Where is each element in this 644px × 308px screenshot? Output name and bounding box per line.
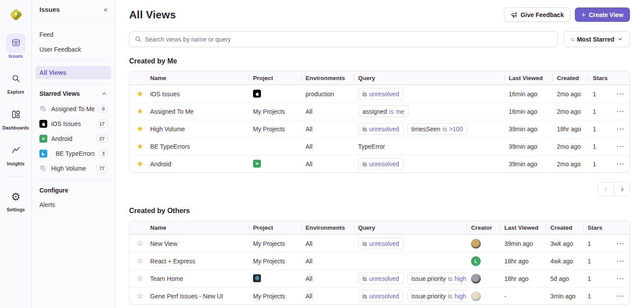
- row-menu-button[interactable]: ···: [617, 293, 625, 300]
- star-outline-icon[interactable]: ☆: [137, 256, 143, 266]
- star-filled-icon[interactable]: ★: [137, 142, 143, 151]
- environments-value: All: [301, 161, 354, 168]
- row-menu-button[interactable]: ···: [617, 126, 625, 133]
- sidebar-item-user-feedback[interactable]: User Feedback: [35, 43, 111, 56]
- query-cell: is unresolved: [354, 88, 504, 100]
- row-menu-button[interactable]: ···: [617, 161, 625, 168]
- table-header-row: NameProjectEnvironmentsQueryCreatorLast …: [130, 221, 630, 234]
- table-header-row: NameProjectEnvironmentsQueryLast ViewedC…: [130, 71, 630, 85]
- divider: [36, 180, 110, 181]
- row-menu-button[interactable]: ···: [617, 91, 625, 98]
- sidebar-item-feed[interactable]: Feed: [35, 28, 111, 41]
- previous-page-button[interactable]: [598, 182, 614, 196]
- nav-rail: Issues Explore Dashboards Insights ⚙ Set…: [0, 0, 32, 308]
- project-label: My Projects: [253, 126, 285, 133]
- query-token: issue.priority is high: [407, 290, 467, 302]
- create-view-label: Create View: [589, 11, 623, 18]
- star-filled-icon[interactable]: ★: [137, 159, 143, 168]
- rail-item-label: Settings: [7, 207, 25, 212]
- view-name-link[interactable]: Android: [150, 161, 171, 168]
- starred-view-item[interactable]: Assigned To Me 0: [35, 102, 111, 116]
- chevron-up-icon[interactable]: [101, 91, 107, 97]
- search-box: [129, 31, 558, 47]
- row-menu-button[interactable]: ···: [617, 275, 625, 282]
- starred-view-label: Assigned To Me: [51, 105, 95, 112]
- query-token: is unresolved: [358, 273, 404, 284]
- column-header-created: Created: [553, 75, 588, 81]
- rail-item-settings[interactable]: ⚙ Settings: [6, 187, 25, 212]
- give-feedback-button[interactable]: Give Feedback: [504, 7, 570, 22]
- last-viewed-value: -: [504, 293, 507, 300]
- view-name-link[interactable]: High Volume: [150, 126, 185, 133]
- rail-item-dashboards[interactable]: Dashboards: [3, 105, 29, 130]
- settings-icon: ⚙: [11, 192, 21, 202]
- explore-icon: [11, 74, 21, 85]
- create-view-button[interactable]: + Create View: [575, 7, 630, 22]
- starred-view-item[interactable]: High Volume 77: [35, 161, 111, 176]
- react-project-icon: [253, 274, 261, 282]
- project-label: My Projects: [253, 258, 285, 265]
- sidebar-item-all-views[interactable]: All Views: [35, 66, 111, 79]
- row-menu-button[interactable]: ···: [617, 240, 625, 247]
- sidebar-item-alerts[interactable]: Alerts: [35, 198, 111, 211]
- row-menu-button[interactable]: ···: [617, 143, 625, 150]
- view-name-link[interactable]: React + Express: [150, 258, 195, 265]
- table-row: ☆ New View My Projects All is unresolved…: [130, 234, 630, 252]
- view-name-link[interactable]: Assigned To Me: [150, 108, 194, 115]
- creator-avatar: [471, 291, 481, 301]
- created-by-others-table: NameProjectEnvironmentsQueryCreatorLast …: [129, 220, 630, 305]
- view-name-link[interactable]: BE TypeErrors: [150, 143, 190, 150]
- search-input[interactable]: [145, 36, 552, 43]
- apple-project-icon: [39, 120, 47, 128]
- stacked-views-icon: [39, 105, 47, 113]
- view-name-link[interactable]: New View: [150, 240, 177, 247]
- created-value: 18hr ago: [557, 126, 581, 133]
- star-filled-icon[interactable]: ★: [137, 124, 143, 133]
- query-token: timesSeen is >100: [407, 123, 468, 135]
- starred-view-item[interactable]: Android 27: [35, 131, 111, 146]
- sort-button[interactable]: ↑↓ Most Starred: [563, 31, 630, 47]
- chevrons-left-icon[interactable]: «: [104, 6, 108, 13]
- android-project-icon: [39, 135, 47, 143]
- rail-item-label: Issues: [9, 53, 23, 59]
- rail-item-explore[interactable]: Explore: [3, 70, 29, 94]
- megaphone-icon: [510, 11, 517, 18]
- issues-icon: [11, 38, 21, 49]
- starred-view-label: High Volume: [51, 165, 92, 172]
- stars-count: 1: [588, 161, 612, 168]
- view-name-link[interactable]: Team Home: [150, 275, 183, 282]
- rail-item-insights[interactable]: Insights: [3, 141, 29, 166]
- starred-view-item[interactable]: BE TypeErrors 3: [35, 146, 111, 161]
- view-name-link[interactable]: iOS Issues: [150, 91, 180, 98]
- view-name-link[interactable]: Gene Perf Issues - New UI: [150, 293, 223, 300]
- star-filled-icon[interactable]: ★: [137, 89, 143, 98]
- row-menu-button[interactable]: ···: [617, 108, 625, 115]
- created-value: 4wk ago: [550, 258, 573, 265]
- column-header-environments: Environments: [301, 75, 354, 81]
- created-by-others-heading: Created by Others: [129, 207, 630, 215]
- column-header-query: Query: [354, 75, 504, 81]
- chevron-left-icon: [603, 186, 609, 192]
- sidebar-item-label: All Views: [39, 69, 66, 76]
- rail-item-issues[interactable]: Issues: [3, 34, 29, 59]
- apple-project-icon: [253, 90, 261, 98]
- star-outline-icon[interactable]: ☆: [137, 291, 143, 301]
- created-by-me-heading: Created by Me: [129, 57, 630, 65]
- column-header-creator: Creator: [467, 224, 500, 231]
- configure-heading: Configure: [39, 187, 68, 194]
- stacked-views-icon: [39, 164, 47, 172]
- last-viewed-value: 39min ago: [509, 143, 537, 150]
- star-outline-icon[interactable]: ☆: [137, 274, 143, 283]
- row-menu-button[interactable]: ···: [617, 258, 625, 265]
- issue-count-badge: 17: [96, 120, 108, 128]
- created-value: 2mo ago: [557, 161, 581, 168]
- star-outline-icon[interactable]: ☆: [137, 239, 143, 248]
- table-row: ☆ React + Express My Projects All L 18hr…: [130, 252, 630, 270]
- last-viewed-value: 18hr ago: [504, 258, 528, 265]
- star-filled-icon[interactable]: ★: [137, 107, 143, 116]
- query-cell: TypeError: [354, 140, 504, 152]
- sentry-logo[interactable]: [7, 6, 24, 23]
- starred-view-item[interactable]: iOS Issues 17: [35, 116, 111, 131]
- next-page-button[interactable]: [614, 182, 630, 196]
- stars-count: 1: [583, 275, 612, 282]
